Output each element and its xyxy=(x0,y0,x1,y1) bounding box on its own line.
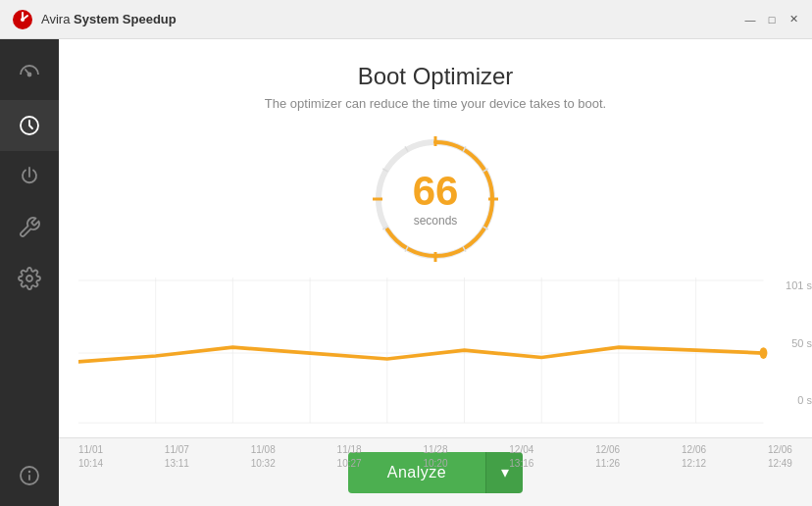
page-title: Boot Optimizer xyxy=(59,63,812,90)
chart-area: 11/0110:14 11/0713:11 11/0810:32 11/1810… xyxy=(59,278,812,437)
window-controls: — □ ✕ xyxy=(743,13,800,26)
x-label-6: 12/0611:26 xyxy=(595,443,620,471)
sidebar-item-tools[interactable] xyxy=(0,202,59,253)
sidebar xyxy=(0,39,59,506)
x-label-3: 11/1810:27 xyxy=(337,443,362,471)
sidebar-item-dashboard[interactable] xyxy=(0,49,59,100)
app-logo-icon xyxy=(12,9,33,30)
chart-container: 11/0110:14 11/0713:11 11/0810:32 11/1810… xyxy=(78,278,792,437)
page-subtitle: The optimizer can reduce the time your d… xyxy=(59,96,812,111)
timer-label: seconds xyxy=(413,214,459,228)
x-label-2: 11/0810:32 xyxy=(251,443,276,471)
x-label-0: 11/0110:14 xyxy=(78,443,103,471)
content-area: Boot Optimizer The optimizer can reduce … xyxy=(59,39,812,506)
info-icon xyxy=(18,464,41,487)
close-button[interactable]: ✕ xyxy=(787,13,800,26)
speedometer-icon xyxy=(18,63,41,86)
svg-point-1 xyxy=(21,18,25,22)
minimize-button[interactable]: — xyxy=(743,13,757,26)
sidebar-item-boot-optimizer[interactable] xyxy=(0,100,59,151)
sidebar-item-info[interactable] xyxy=(0,455,59,506)
x-label-4: 11/2810:20 xyxy=(423,443,447,471)
maximize-button[interactable]: □ xyxy=(765,13,779,26)
svg-point-2 xyxy=(28,74,31,76)
gear-icon xyxy=(18,267,41,290)
timer-section: 66 seconds xyxy=(59,121,812,278)
sidebar-item-startup[interactable] xyxy=(0,151,59,202)
content-header: Boot Optimizer The optimizer can reduce … xyxy=(59,39,812,121)
chart-svg xyxy=(78,278,792,437)
y-label-bottom: 0 s xyxy=(786,394,812,406)
clock-icon xyxy=(18,114,41,137)
x-label-1: 11/0713:11 xyxy=(165,443,189,471)
svg-point-4 xyxy=(26,276,32,281)
svg-point-33 xyxy=(760,347,768,359)
timer-value: 66 xyxy=(413,171,459,212)
timer-circle: 66 seconds xyxy=(367,130,504,268)
power-icon xyxy=(18,165,41,188)
x-label-8: 12/0612:49 xyxy=(768,443,792,471)
x-label-5: 12/0413:16 xyxy=(509,443,533,471)
title-bar: Avira System Speedup — □ ✕ xyxy=(0,0,812,39)
y-label-mid: 50 s xyxy=(786,337,812,349)
wrench-icon xyxy=(18,216,41,239)
timer-text: 66 seconds xyxy=(413,171,459,228)
app-title: Avira System Speedup xyxy=(41,12,743,26)
x-label-7: 12/0612:12 xyxy=(682,443,706,471)
y-label-top: 101 s xyxy=(786,279,812,291)
sidebar-item-settings[interactable] xyxy=(0,253,59,304)
main-layout: Boot Optimizer The optimizer can reduce … xyxy=(0,39,812,506)
